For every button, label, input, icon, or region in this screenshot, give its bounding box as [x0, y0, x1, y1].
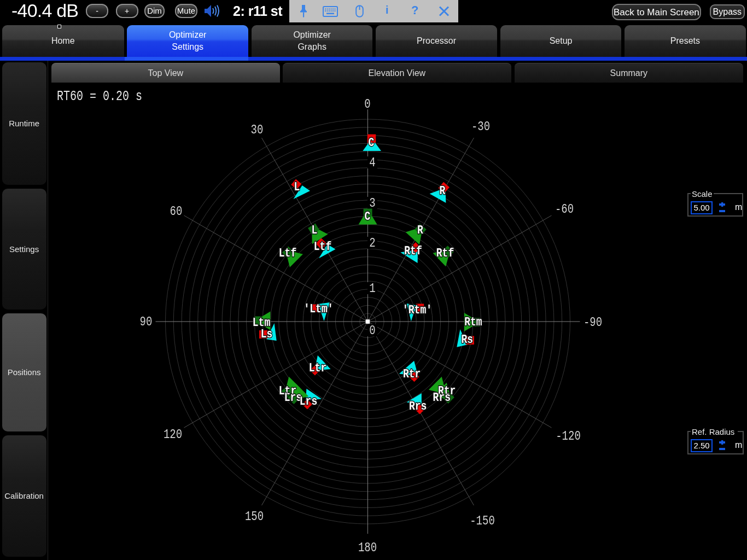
svg-text:90: 90 — [140, 314, 153, 330]
svg-text:0: 0 — [369, 323, 375, 339]
svg-text:C: C — [364, 209, 370, 223]
svg-text:2: 2 — [369, 236, 375, 251]
svg-text:Rtf: Rtf — [436, 246, 454, 260]
svg-text:1: 1 — [369, 281, 375, 296]
svg-text:L: L — [294, 180, 300, 194]
svg-text:-150: -150 — [470, 514, 495, 529]
svg-text:C: C — [369, 136, 375, 149]
svg-text:'Ltm': 'Ltm' — [304, 302, 334, 316]
svg-text:'Rtm': 'Rtm' — [402, 303, 432, 317]
svg-text:L: L — [312, 223, 318, 237]
svg-text:3: 3 — [369, 196, 375, 211]
svg-text:Rtm: Rtm — [464, 315, 482, 329]
svg-text:-90: -90 — [583, 315, 602, 330]
svg-text:120: 120 — [164, 427, 182, 442]
svg-text:Rs: Rs — [461, 332, 473, 346]
svg-text:Rtf: Rtf — [404, 244, 422, 258]
svg-text:30: 30 — [251, 122, 264, 138]
svg-text:Rtr: Rtr — [403, 368, 421, 381]
svg-text:RT60 = 0.20 s: RT60 = 0.20 s — [57, 89, 142, 104]
svg-text:Ltf: Ltf — [314, 240, 331, 253]
svg-text:150: 150 — [245, 509, 264, 524]
svg-text:Lrs: Lrs — [300, 394, 317, 408]
svg-text:Ls: Ls — [261, 327, 273, 341]
svg-text:Rrs: Rrs — [433, 390, 451, 404]
svg-text:Rrs: Rrs — [409, 399, 427, 413]
svg-text:-120: -120 — [556, 429, 581, 444]
svg-text:Ltf: Ltf — [279, 246, 296, 260]
svg-text:0: 0 — [364, 97, 370, 112]
svg-text:Ltr: Ltr — [309, 361, 326, 375]
svg-text:-30: -30 — [471, 119, 490, 135]
svg-text:180: 180 — [358, 540, 377, 556]
svg-text:-60: -60 — [555, 202, 574, 217]
svg-text:R: R — [417, 223, 424, 237]
svg-text:R: R — [440, 184, 446, 197]
svg-text:4: 4 — [369, 155, 375, 171]
svg-text:60: 60 — [170, 204, 183, 219]
